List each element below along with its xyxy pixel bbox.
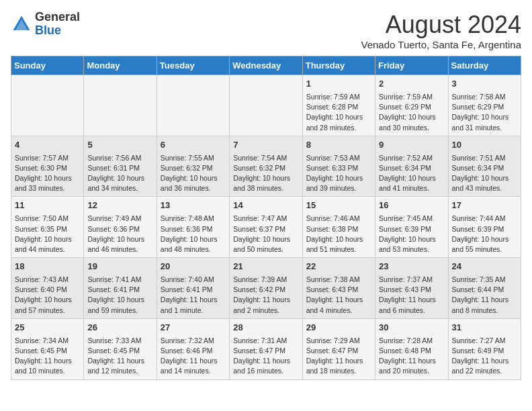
day-info: Sunrise: 7:57 AM <box>15 153 80 163</box>
day-info: Daylight: 11 hours <box>161 356 226 366</box>
day-info: and 48 minutes. <box>161 244 226 255</box>
day-info: Sunrise: 7:27 AM <box>452 336 517 346</box>
day-number: 16 <box>379 199 444 212</box>
day-info: Sunrise: 7:32 AM <box>161 336 226 346</box>
day-info: Sunset: 6:42 PM <box>233 285 298 295</box>
day-info: Sunset: 6:35 PM <box>15 224 80 234</box>
day-info: Daylight: 11 hours <box>452 356 517 366</box>
calendar-cell: 10Sunrise: 7:51 AMSunset: 6:34 PMDayligh… <box>448 136 521 197</box>
day-info: Sunset: 6:32 PM <box>233 163 298 173</box>
day-info: and 46 minutes. <box>87 244 152 255</box>
day-header-monday: Monday <box>84 56 157 75</box>
day-number: 25 <box>15 322 80 334</box>
day-number: 12 <box>87 199 152 212</box>
day-number: 17 <box>452 199 517 212</box>
day-info: Daylight: 11 hours <box>87 356 152 366</box>
day-info: Sunrise: 7:49 AM <box>87 214 152 224</box>
day-info: Sunrise: 7:41 AM <box>87 275 152 285</box>
day-number: 15 <box>306 199 371 212</box>
day-info: Daylight: 10 hours <box>161 173 226 183</box>
day-info: Daylight: 10 hours <box>452 234 517 244</box>
day-info: Sunset: 6:32 PM <box>161 163 226 173</box>
calendar-cell: 13Sunrise: 7:48 AMSunset: 6:36 PMDayligh… <box>157 197 229 258</box>
week-row-4: 18Sunrise: 7:43 AMSunset: 6:40 PMDayligh… <box>11 258 521 319</box>
day-info: Daylight: 10 hours <box>379 173 444 183</box>
calendar-cell: 17Sunrise: 7:44 AMSunset: 6:39 PMDayligh… <box>448 197 521 258</box>
day-info: Daylight: 10 hours <box>306 173 371 183</box>
day-info: and 39 minutes. <box>306 183 371 193</box>
day-info: Daylight: 11 hours <box>379 295 444 305</box>
day-info: and 57 minutes. <box>15 306 80 316</box>
day-info: Sunset: 6:28 PM <box>306 102 371 112</box>
day-info: Daylight: 10 hours <box>379 112 444 122</box>
day-info: Sunrise: 7:46 AM <box>306 214 371 224</box>
day-info: Sunset: 6:30 PM <box>15 163 80 173</box>
calendar-cell: 1Sunrise: 7:59 AMSunset: 6:28 PMDaylight… <box>302 75 375 136</box>
day-info: and 16 minutes. <box>233 366 298 376</box>
calendar-cell: 21Sunrise: 7:39 AMSunset: 6:42 PMDayligh… <box>230 258 302 319</box>
page-header: General Blue August 2024 Venado Tuerto, … <box>11 11 521 50</box>
day-number: 14 <box>233 199 298 212</box>
day-info: Sunset: 6:49 PM <box>452 346 517 356</box>
calendar-table: SundayMondayTuesdayWednesdayThursdayFrid… <box>11 56 521 380</box>
calendar-cell: 22Sunrise: 7:38 AMSunset: 6:43 PMDayligh… <box>302 258 375 319</box>
location-text: Venado Tuerto, Santa Fe, Argentina <box>361 39 521 50</box>
day-info: and 30 minutes. <box>379 123 444 133</box>
calendar-cell: 15Sunrise: 7:46 AMSunset: 6:38 PMDayligh… <box>302 197 375 258</box>
month-title: August 2024 <box>361 11 521 39</box>
day-info: Sunrise: 7:59 AM <box>306 92 371 102</box>
calendar-cell: 5Sunrise: 7:56 AMSunset: 6:31 PMDaylight… <box>84 136 157 197</box>
day-info: Daylight: 10 hours <box>87 295 152 305</box>
day-info: Daylight: 10 hours <box>452 173 517 183</box>
day-header-tuesday: Tuesday <box>157 56 229 75</box>
day-info: and 22 minutes. <box>452 366 517 376</box>
day-info: Sunset: 6:39 PM <box>452 224 517 234</box>
day-info: and 4 minutes. <box>306 306 371 316</box>
day-info: Sunset: 6:29 PM <box>452 102 517 112</box>
day-info: and 44 minutes. <box>15 244 80 255</box>
logo-general-text: General <box>35 10 80 24</box>
day-info: Sunset: 6:37 PM <box>233 224 298 234</box>
day-number: 28 <box>233 322 298 334</box>
day-number: 27 <box>161 322 226 334</box>
calendar-cell <box>157 75 229 136</box>
day-info: Sunset: 6:45 PM <box>87 346 152 356</box>
day-info: Daylight: 10 hours <box>161 234 226 244</box>
day-info: Sunrise: 7:56 AM <box>87 153 152 163</box>
day-number: 22 <box>306 261 371 273</box>
day-number: 21 <box>233 261 298 273</box>
day-info: Sunset: 6:34 PM <box>379 163 444 173</box>
day-info: Sunset: 6:29 PM <box>379 102 444 112</box>
day-info: Sunrise: 7:31 AM <box>233 336 298 346</box>
day-info: Daylight: 11 hours <box>306 356 371 366</box>
day-info: Sunset: 6:48 PM <box>379 346 444 356</box>
logo: General Blue <box>11 11 80 38</box>
calendar-cell: 31Sunrise: 7:27 AMSunset: 6:49 PMDayligh… <box>448 318 521 379</box>
calendar-cell: 20Sunrise: 7:40 AMSunset: 6:41 PMDayligh… <box>157 258 229 319</box>
calendar-cell: 19Sunrise: 7:41 AMSunset: 6:41 PMDayligh… <box>84 258 157 319</box>
day-number: 30 <box>379 322 444 334</box>
day-number: 7 <box>233 139 298 152</box>
calendar-cell: 8Sunrise: 7:53 AMSunset: 6:33 PMDaylight… <box>302 136 375 197</box>
day-info: Daylight: 10 hours <box>87 173 152 183</box>
calendar-cell: 9Sunrise: 7:52 AMSunset: 6:34 PMDaylight… <box>375 136 448 197</box>
day-number: 6 <box>161 139 226 152</box>
day-info: and 59 minutes. <box>87 306 152 316</box>
calendar-cell: 12Sunrise: 7:49 AMSunset: 6:36 PMDayligh… <box>84 197 157 258</box>
day-info: Sunrise: 7:29 AM <box>306 336 371 346</box>
calendar-cell: 26Sunrise: 7:33 AMSunset: 6:45 PMDayligh… <box>84 318 157 379</box>
day-info: Sunrise: 7:33 AM <box>87 336 152 346</box>
calendar-cell: 6Sunrise: 7:55 AMSunset: 6:32 PMDaylight… <box>157 136 229 197</box>
day-info: Sunset: 6:45 PM <box>15 346 80 356</box>
calendar-header: SundayMondayTuesdayWednesdayThursdayFrid… <box>11 56 521 75</box>
day-info: and 6 minutes. <box>379 306 444 316</box>
day-number: 10 <box>452 139 517 152</box>
day-info: Sunrise: 7:47 AM <box>233 214 298 224</box>
day-info: Daylight: 11 hours <box>233 295 298 305</box>
day-number: 18 <box>15 261 80 273</box>
day-info: Sunset: 6:36 PM <box>87 224 152 234</box>
calendar-cell <box>84 75 157 136</box>
day-info: Daylight: 10 hours <box>233 173 298 183</box>
day-info: Sunrise: 7:35 AM <box>452 275 517 285</box>
day-info: and 38 minutes. <box>233 183 298 193</box>
